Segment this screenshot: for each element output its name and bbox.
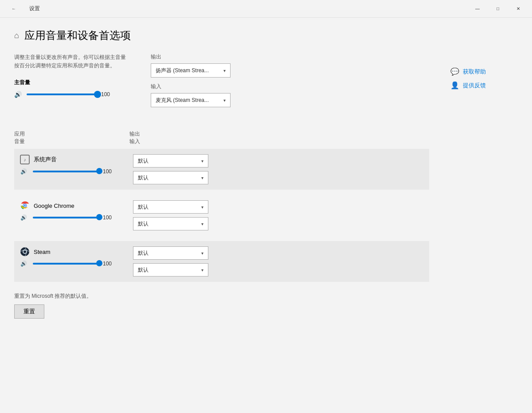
chrome-name: Google Chrome	[34, 203, 74, 209]
input-col-label: 输入	[129, 138, 429, 145]
output-dropdown-value: 扬声器 (Steam Strea...	[156, 67, 209, 74]
system-input-value: 默认	[138, 174, 149, 182]
app-info-chrome: Google Chrome	[20, 200, 124, 211]
steam-name: Steam	[34, 249, 51, 255]
input-dropdown[interactable]: 麦克风 (Steam Strea... ▾	[151, 93, 231, 107]
master-volume-left: 调整主音量以更改所有声音。你可以根据主音量按百分比调整特定应用和系统声音的音量。…	[14, 53, 129, 98]
volume-col-label: 音量	[14, 138, 129, 145]
steam-icon	[20, 246, 30, 257]
chrome-speaker-icon: 🔊	[20, 214, 29, 221]
help-link[interactable]: 💬 获取帮助	[450, 67, 525, 76]
steam-volume-thumb[interactable]	[96, 260, 102, 266]
feedback-icon: 👤	[450, 81, 459, 90]
system-output-value: 默认	[138, 157, 149, 165]
input-dropdown-arrow: ▾	[223, 98, 226, 103]
apps-header-app: 应用 音量	[14, 130, 129, 145]
steam-input-dropdown[interactable]: 默认 ▾	[133, 263, 208, 277]
title-bar-title: 设置	[29, 5, 40, 12]
system-volume-value: 100	[103, 168, 116, 175]
chrome-volume-slider[interactable]	[33, 217, 99, 218]
speaker-icon: 🔊	[14, 91, 23, 98]
system-input-dropdown[interactable]: 默认 ▾	[133, 171, 208, 184]
system-volume-row: 🔊 100	[20, 168, 124, 175]
feedback-link[interactable]: 👤 提供反馈	[450, 81, 525, 90]
title-bar: ← 设置 — □ ✕	[0, 0, 532, 18]
chrome-output-arrow: ▾	[201, 205, 203, 210]
system-output-arrow: ▾	[201, 159, 203, 164]
app-info-steam: Steam	[20, 246, 124, 257]
help-label: 获取帮助	[463, 68, 486, 76]
master-volume-row: 🔊 100	[14, 91, 129, 98]
home-icon[interactable]: ⌂	[14, 31, 19, 40]
left-panel: ⌂ 应用音量和设备首选项 调整主音量以更改所有声音。你可以根据主音量按百分比调整…	[0, 18, 443, 413]
steam-speaker-icon: 🔊	[20, 261, 29, 267]
chrome-volume-value: 100	[103, 214, 116, 221]
system-sounds-icon: ♪	[20, 154, 30, 165]
svg-point-4	[24, 205, 26, 206]
steam-output-value: 默认	[138, 249, 149, 257]
chrome-volume-fill	[33, 217, 99, 218]
master-volume-section: 调整主音量以更改所有声音。你可以根据主音量按百分比调整特定应用和系统声音的音量。…	[14, 53, 429, 113]
steam-volume-row: 🔊 100	[20, 261, 124, 267]
svg-point-5	[20, 247, 29, 256]
main-content: ⌂ 应用音量和设备首选项 调整主音量以更改所有声音。你可以根据主音量按百分比调整…	[0, 18, 532, 413]
page-title: 应用音量和设备首选项	[24, 28, 131, 43]
steam-output-dropdown[interactable]: 默认 ▾	[133, 246, 208, 260]
app-row-chrome: Google Chrome 🔊 100 默认 ▾	[14, 195, 429, 236]
steam-volume-slider[interactable]	[33, 263, 99, 265]
system-output-dropdown[interactable]: 默认 ▾	[133, 154, 208, 168]
output-col-label: 输出	[129, 130, 429, 138]
maximize-button[interactable]: □	[488, 0, 508, 18]
app-left-chrome: Google Chrome 🔊 100	[14, 199, 129, 232]
master-volume-thumb[interactable]	[94, 91, 101, 98]
system-volume-thumb[interactable]	[96, 168, 102, 174]
chrome-icon	[20, 200, 30, 211]
app-row-steam: Steam 🔊 100 默认 ▾	[14, 241, 429, 282]
app-row-system: ♪ 系统声音 🔊 100	[14, 149, 429, 190]
chrome-volume-row: 🔊 100	[20, 214, 124, 221]
reset-section: 重置为 Microsoft 推荐的默认值。 重置	[14, 292, 429, 319]
page-header: ⌂ 应用音量和设备首选项	[14, 28, 429, 43]
description-text: 调整主音量以更改所有声音。你可以根据主音量按百分比调整特定应用和系统声音的音量。	[14, 53, 129, 70]
title-bar-left: ← 设置	[4, 0, 40, 18]
app-left-steam: Steam 🔊 100	[14, 245, 129, 278]
app-info-system: ♪ 系统声音	[20, 154, 124, 165]
reset-label: 重置为 Microsoft 推荐的默认值。	[14, 292, 429, 300]
system-input-arrow: ▾	[201, 175, 203, 180]
chrome-volume-thumb[interactable]	[96, 214, 102, 220]
app-right-steam: 默认 ▾ 默认 ▾	[129, 245, 429, 278]
master-volume-fill	[27, 94, 98, 95]
master-volume-label: 主音量	[14, 79, 129, 86]
app-right-system: 默认 ▾ 默认 ▾	[129, 152, 429, 186]
master-volume-value: 100	[101, 91, 114, 97]
svg-point-7	[24, 249, 26, 251]
title-bar-controls: — □ ✕	[467, 0, 528, 18]
steam-volume-fill	[33, 263, 99, 265]
chrome-input-dropdown[interactable]: 默认 ▾	[133, 217, 208, 230]
help-icon: 💬	[450, 67, 459, 76]
feedback-label: 提供反馈	[463, 82, 486, 90]
chrome-output-value: 默认	[138, 203, 149, 211]
master-volume-slider[interactable]	[27, 94, 98, 95]
right-panel: 💬 获取帮助 👤 提供反馈	[443, 18, 532, 413]
steam-input-value: 默认	[138, 266, 149, 274]
chrome-input-value: 默认	[138, 220, 149, 228]
master-volume-right: 输出 扬声器 (Steam Strea... ▾ 输入 麦克风 (Steam S…	[151, 53, 239, 113]
input-dropdown-value: 麦克风 (Steam Strea...	[156, 97, 209, 104]
reset-button[interactable]: 重置	[14, 304, 44, 319]
app-right-chrome: 默认 ▾ 默认 ▾	[129, 199, 429, 232]
app-col-label: 应用	[14, 130, 129, 138]
system-speaker-icon: 🔊	[20, 168, 29, 175]
chrome-output-dropdown[interactable]: 默认 ▾	[133, 200, 208, 214]
apps-header-io: 输出 输入	[129, 130, 429, 145]
minimize-button[interactable]: —	[467, 0, 488, 18]
system-volume-slider[interactable]	[33, 171, 99, 172]
close-button[interactable]: ✕	[508, 0, 528, 18]
input-label: 输入	[151, 83, 239, 90]
chrome-input-arrow: ▾	[201, 222, 203, 226]
apps-section: 应用 音量 输出 输入 ♪	[14, 130, 429, 282]
back-button[interactable]: ←	[4, 0, 24, 18]
app-left-system: ♪ 系统声音 🔊 100	[14, 152, 129, 186]
output-label: 输出	[151, 53, 239, 61]
output-dropdown[interactable]: 扬声器 (Steam Strea... ▾	[151, 63, 231, 78]
